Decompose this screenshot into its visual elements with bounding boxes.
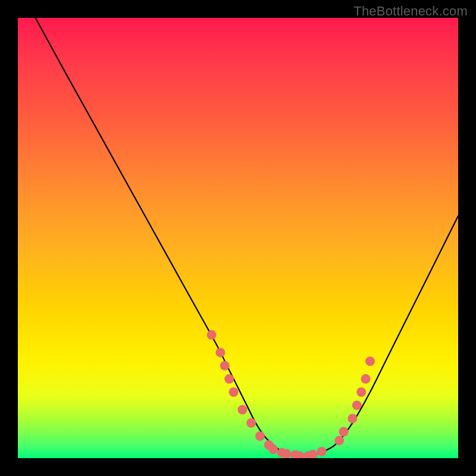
curve-marker	[347, 414, 357, 423]
curve-marker	[215, 347, 225, 357]
curve-marker-group	[207, 330, 375, 458]
curve-marker	[317, 447, 327, 456]
curve-marker	[237, 405, 247, 415]
curve-marker	[224, 374, 234, 384]
curve-marker	[255, 431, 265, 441]
curve-marker	[308, 450, 318, 458]
curve-marker	[229, 387, 239, 397]
curve-marker	[356, 387, 366, 397]
curve-marker	[334, 436, 344, 445]
chart-plot-area	[18, 18, 458, 458]
curve-marker	[220, 361, 230, 371]
curve-marker	[361, 374, 371, 384]
watermark-text: TheBottleneck.com	[353, 4, 468, 19]
curve-marker	[339, 427, 349, 437]
curve-marker	[246, 418, 256, 428]
bottleneck-curve-path	[36, 18, 458, 456]
curve-marker	[207, 330, 217, 340]
curve-marker	[352, 400, 362, 410]
curve-marker	[281, 449, 291, 458]
bottleneck-curve-svg	[18, 18, 458, 458]
curve-marker	[365, 356, 375, 366]
curve-marker	[268, 444, 278, 454]
